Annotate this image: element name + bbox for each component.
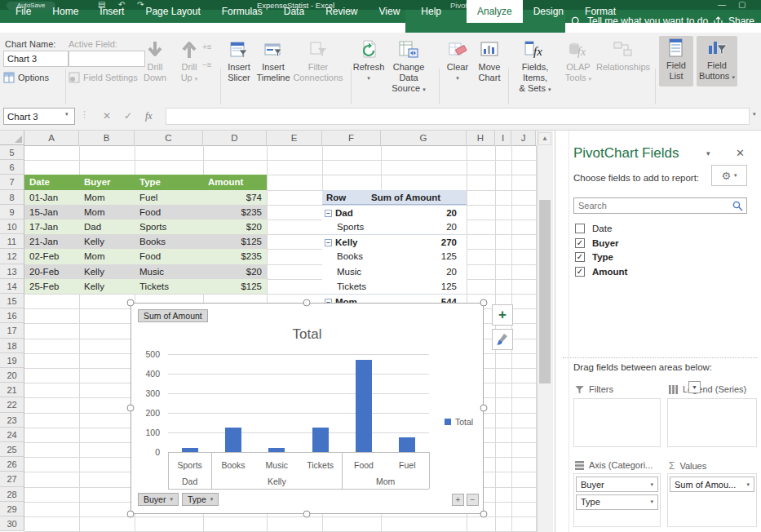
values-item[interactable]: Sum of Amou...▾: [670, 477, 754, 492]
row-header-8[interactable]: 8: [0, 190, 24, 205]
row-header-21[interactable]: 21: [0, 383, 24, 397]
table-cell[interactable]: 02-Feb: [24, 249, 79, 264]
collapse-icon[interactable]: −: [325, 239, 332, 246]
pivot-chart[interactable]: Sum of Amount Total 5004003002001000Spor…: [131, 303, 484, 514]
field-list-button[interactable]: FieldList: [659, 36, 693, 86]
table-cell[interactable]: $125: [203, 234, 267, 249]
pane-close-icon[interactable]: ✕: [736, 147, 745, 159]
tell-me-search[interactable]: Tell me what you want to do: [571, 10, 708, 33]
table-cell[interactable]: Kelly: [79, 234, 135, 249]
checkbox-checked[interactable]: ✓: [575, 267, 585, 277]
chart-elements-button[interactable]: +: [492, 304, 513, 326]
row-header-26[interactable]: 26: [0, 457, 24, 472]
checkbox-checked[interactable]: ✓: [575, 238, 585, 248]
enter-formula-icon[interactable]: ✓: [124, 108, 132, 125]
tab-design[interactable]: Design: [523, 0, 574, 23]
table-cell[interactable]: Tickets: [135, 279, 203, 294]
tab-help[interactable]: Help: [410, 0, 452, 23]
pivot-values-header[interactable]: Sum of Amount: [367, 190, 440, 204]
table-header-amount[interactable]: Amount: [203, 175, 267, 189]
table-cell[interactable]: Mom: [79, 205, 135, 219]
tab-insert[interactable]: Insert: [89, 0, 135, 23]
row-header-17[interactable]: 17: [0, 323, 24, 338]
tab-page-layout[interactable]: Page Layout: [135, 0, 210, 23]
row-header-10[interactable]: 10: [0, 219, 24, 234]
row-header-18[interactable]: 18: [0, 339, 24, 353]
chart-legend[interactable]: Total: [445, 417, 473, 427]
name-box-dropdown-icon[interactable]: ▾: [65, 111, 69, 117]
row-header-25[interactable]: 25: [0, 442, 24, 457]
table-header-date[interactable]: Date: [24, 175, 79, 189]
options-button[interactable]: Options: [3, 72, 49, 83]
pivot-row[interactable]: Music20: [322, 264, 467, 279]
table-cell[interactable]: Food: [135, 249, 203, 264]
selection-handle[interactable]: [303, 299, 311, 307]
change-data-source-button[interactable]: Change DataSource ▾: [383, 38, 434, 95]
row-header-29[interactable]: 29: [0, 502, 24, 516]
pivot-row[interactable]: −Kelly270: [322, 234, 467, 249]
selection-handle[interactable]: [480, 511, 488, 518]
row-header-5[interactable]: 5: [0, 145, 24, 160]
collapse-icon[interactable]: −: [325, 210, 332, 217]
selection-handle[interactable]: [127, 299, 135, 307]
formula-input[interactable]: [166, 108, 750, 125]
chart-bar-music[interactable]: [268, 448, 285, 452]
field-item-date[interactable]: Date: [575, 224, 612, 233]
table-header-type[interactable]: Type: [135, 175, 203, 189]
chart-bar-books[interactable]: [225, 428, 241, 452]
column-header-E[interactable]: E: [267, 131, 322, 145]
checkbox-checked[interactable]: ✓: [575, 252, 585, 262]
table-cell[interactable]: Dad: [79, 219, 135, 234]
column-header-H[interactable]: H: [467, 131, 495, 145]
filters-area-box[interactable]: [573, 398, 661, 447]
table-cell[interactable]: 17-Jan: [24, 219, 79, 234]
collapse-chart-button[interactable]: −: [467, 494, 479, 506]
pane-options-dropdown-icon[interactable]: ▾: [706, 149, 710, 157]
table-cell[interactable]: $235: [203, 249, 267, 264]
selection-handle[interactable]: [127, 405, 135, 412]
tab-data[interactable]: Data: [273, 0, 315, 23]
insert-timeline-button[interactable]: InsertTimeline: [251, 38, 295, 83]
selection-handle[interactable]: [127, 511, 135, 518]
chart-field-button-value[interactable]: Sum of Amount: [138, 309, 208, 322]
table-cell[interactable]: Books: [135, 234, 203, 249]
table-cell[interactable]: $20: [203, 219, 267, 234]
expand-chart-button[interactable]: +: [452, 494, 464, 506]
row-header-22[interactable]: 22: [0, 397, 24, 412]
table-cell[interactable]: Mom: [79, 249, 135, 264]
move-chart-button[interactable]: MoveChart: [471, 38, 507, 83]
row-header-13[interactable]: 13: [0, 264, 24, 279]
pivot-row[interactable]: Sports20: [322, 219, 467, 234]
table-cell[interactable]: 15-Jan: [24, 205, 79, 219]
maximize-icon[interactable]: ▢: [738, 0, 746, 10]
pivot-filter-dropdown-icon[interactable]: ▼: [688, 381, 701, 393]
row-header-24[interactable]: 24: [0, 428, 24, 442]
legend-area-box[interactable]: [667, 398, 757, 447]
clear-button[interactable]: Clear▾: [440, 38, 475, 83]
chart-name-input[interactable]: [3, 51, 69, 67]
refresh-button[interactable]: Refresh▾: [349, 38, 388, 83]
table-cell[interactable]: 25-Feb: [24, 279, 79, 294]
table-cell[interactable]: $125: [203, 279, 267, 294]
tab-file[interactable]: File: [5, 0, 42, 23]
column-header-G[interactable]: G: [381, 131, 467, 145]
checkbox-unchecked[interactable]: [575, 224, 585, 233]
chart-bar-tickets[interactable]: [312, 428, 329, 452]
table-cell[interactable]: Kelly: [79, 279, 135, 294]
row-header-9[interactable]: 9: [0, 205, 24, 219]
row-header-14[interactable]: 14: [0, 279, 24, 294]
field-item-type[interactable]: ✓Type: [575, 252, 613, 262]
chart-field-button-type[interactable]: Type▾: [182, 493, 219, 506]
column-header-F[interactable]: F: [322, 131, 381, 145]
table-cell[interactable]: $74: [203, 190, 267, 205]
pivot-row[interactable]: −Dad20: [322, 205, 467, 219]
table-cell[interactable]: Kelly: [79, 264, 135, 279]
table-cell[interactable]: Sports: [135, 219, 203, 234]
row-header-7[interactable]: 7: [0, 175, 24, 189]
collapse-field-button[interactable]: −≡: [202, 60, 212, 69]
relationships-button[interactable]: Relationships: [594, 38, 653, 73]
chart-styles-button[interactable]: [492, 329, 513, 350]
row-header-11[interactable]: 11: [0, 234, 24, 249]
row-header-27[interactable]: 27: [0, 472, 24, 486]
column-header-J[interactable]: J: [511, 131, 536, 145]
